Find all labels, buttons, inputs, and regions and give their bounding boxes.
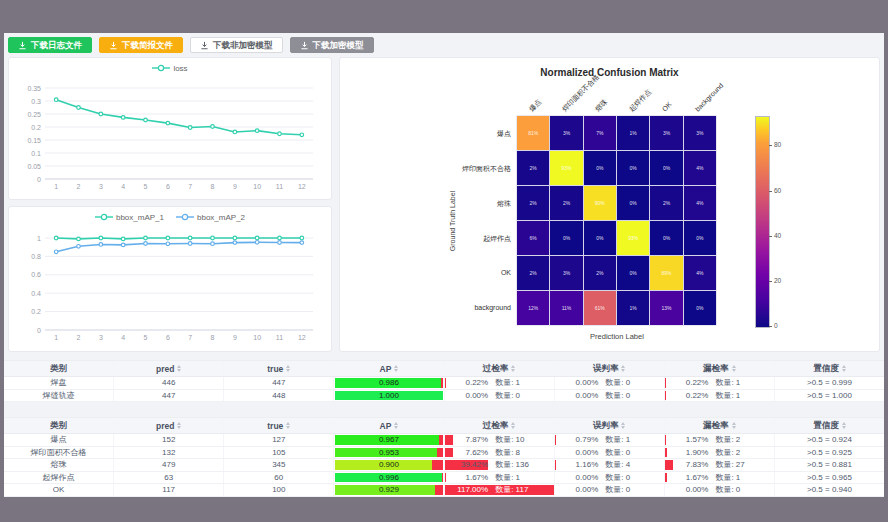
- svg-text:4: 4: [121, 334, 125, 341]
- sort-icon[interactable]: [842, 422, 846, 429]
- svg-text:2: 2: [77, 183, 81, 190]
- column-header-7[interactable]: 置信度: [775, 361, 884, 376]
- legend-item-loss[interactable]: loss: [152, 64, 187, 73]
- misjudge-percent: 0.00%: [555, 473, 599, 482]
- svg-text:4: 4: [121, 183, 125, 190]
- matrix-cell: 61%: [584, 291, 616, 325]
- cell-over-detection: 117.00%数量: 117: [445, 484, 555, 496]
- matrix-cell: 2%: [517, 151, 549, 185]
- sort-icon[interactable]: [394, 365, 398, 372]
- column-header-5[interactable]: 误判率: [555, 418, 665, 433]
- sort-icon[interactable]: [621, 422, 625, 429]
- sort-icon[interactable]: [286, 365, 290, 372]
- column-header-label: pred: [156, 364, 174, 374]
- cell-true: 105: [224, 447, 334, 459]
- colorbar: [755, 116, 770, 328]
- over-detection-percent: 39.42%: [445, 460, 489, 469]
- sort-icon[interactable]: [177, 365, 181, 372]
- matrix-row-label: background: [340, 304, 511, 311]
- cell-over-detection: 7.87%数量: 10: [445, 434, 555, 446]
- loss-chart: 00.050.10.150.20.250.30.3512345678910111…: [15, 78, 325, 194]
- matrix-x-axis-label: Prediction Label: [517, 332, 717, 341]
- column-header-1[interactable]: pred: [114, 418, 224, 433]
- matrix-cell: 89%: [650, 256, 682, 290]
- cell-pred: 447: [114, 390, 224, 402]
- legend-item-bbox_mAP_2[interactable]: bbox_mAP_2: [176, 213, 245, 222]
- column-header-6[interactable]: 漏检率: [665, 418, 775, 433]
- sort-icon[interactable]: [621, 365, 625, 372]
- legend-item-bbox_mAP_1[interactable]: bbox_mAP_1: [95, 213, 164, 222]
- sort-icon[interactable]: [177, 422, 181, 429]
- svg-text:2: 2: [77, 334, 81, 341]
- matrix-cell: 1%: [617, 116, 649, 150]
- matrix-cell: 93%: [550, 151, 582, 185]
- svg-text:9: 9: [233, 334, 237, 341]
- svg-text:3: 3: [99, 183, 103, 190]
- column-header-4[interactable]: 过检率: [445, 361, 555, 376]
- cell-confidence: >0.5 = 1.000: [775, 390, 884, 402]
- misjudge-count: 数量: 4: [605, 459, 630, 470]
- cell-pred: 117: [114, 484, 224, 496]
- sort-icon[interactable]: [394, 422, 398, 429]
- matrix-row-label: 起焊作点: [340, 234, 511, 244]
- column-header-5[interactable]: 误判率: [555, 361, 665, 376]
- download-log-button[interactable]: 下载日志文件: [8, 37, 92, 53]
- misjudge-percent: 0.00%: [555, 485, 599, 494]
- matrix-column-label: background: [693, 81, 726, 114]
- column-header-3[interactable]: AP: [334, 418, 444, 433]
- confusion-matrix-title: Normalized Confusion Matrix: [340, 67, 879, 78]
- ap-value: 0.953: [379, 448, 399, 457]
- button-label: 下载加密模型: [313, 37, 364, 53]
- column-header-1[interactable]: pred: [114, 361, 224, 376]
- sort-icon[interactable]: [286, 422, 290, 429]
- over-detection-count: 数量: 8: [495, 447, 520, 458]
- column-header-4[interactable]: 过检率: [445, 418, 555, 433]
- toolbar: 下载日志文件下载简报文件下载非加密模型下载加密模型: [4, 33, 884, 57]
- column-header-3[interactable]: AP: [334, 361, 444, 376]
- over-detection-percent: 117.00%: [445, 485, 489, 494]
- download-encrypted-model-button[interactable]: 下载加密模型: [290, 37, 374, 53]
- cell-category: 起焊作点: [4, 472, 114, 484]
- column-header-6[interactable]: 漏检率: [665, 361, 775, 376]
- column-header-label: true: [267, 421, 283, 431]
- svg-text:0.8: 0.8: [31, 253, 41, 260]
- sort-icon[interactable]: [732, 365, 736, 372]
- misjudge-count: 数量: 0: [605, 390, 630, 401]
- colorbar-tick: [769, 191, 772, 192]
- download-report-button[interactable]: 下载简报文件: [99, 37, 183, 53]
- table-row: 熔珠4793450.90039.42%数量: 1361.16%数量: 47.83…: [4, 459, 884, 472]
- download-unencrypted-model-button[interactable]: 下载非加密模型: [190, 37, 283, 53]
- dashboard-content: 下载日志文件下载简报文件下载非加密模型下载加密模型 loss 00.050.10…: [4, 33, 884, 489]
- ap-value: 0.929: [379, 485, 399, 494]
- matrix-column-label: OK: [660, 100, 674, 114]
- colorbar-tick: [769, 145, 772, 146]
- ap-value: 0.986: [379, 378, 399, 387]
- matrix-cell: 81%: [517, 116, 549, 150]
- colorbar-tick-label: 60: [774, 187, 781, 194]
- sort-icon[interactable]: [842, 365, 846, 372]
- svg-text:0.3: 0.3: [31, 98, 41, 105]
- miss-detection-count: 数量: 27: [715, 459, 744, 470]
- map-chart-card: bbox_mAP_1bbox_mAP_2 00.20.40.60.8112345…: [8, 206, 332, 352]
- cell-pred: 446: [114, 377, 224, 389]
- svg-text:0: 0: [37, 327, 41, 334]
- miss-detection-count: 数量: 1: [715, 472, 740, 483]
- matrix-cell: 1%: [617, 291, 649, 325]
- cell-confidence: >0.5 = 0.999: [775, 377, 884, 389]
- column-header-label: AP: [380, 364, 392, 374]
- column-header-2[interactable]: true: [224, 418, 334, 433]
- svg-text:11: 11: [276, 334, 283, 341]
- cell-confidence: >0.5 = 0.924: [775, 434, 884, 446]
- colorbar-tick: [769, 236, 772, 237]
- svg-text:0.2: 0.2: [31, 124, 41, 131]
- column-header-7[interactable]: 置信度: [775, 418, 884, 433]
- colorbar-tick-label: 40: [774, 232, 781, 239]
- loss-chart-legend: loss: [9, 58, 331, 78]
- table-row: 爆点1521270.9677.87%数量: 100.79%数量: 11.57%数…: [4, 434, 884, 447]
- legend-marker-icon: [95, 213, 113, 221]
- sort-icon[interactable]: [511, 422, 515, 429]
- sort-icon[interactable]: [511, 365, 515, 372]
- sort-icon[interactable]: [732, 422, 736, 429]
- svg-text:0: 0: [37, 176, 41, 183]
- column-header-2[interactable]: true: [224, 361, 334, 376]
